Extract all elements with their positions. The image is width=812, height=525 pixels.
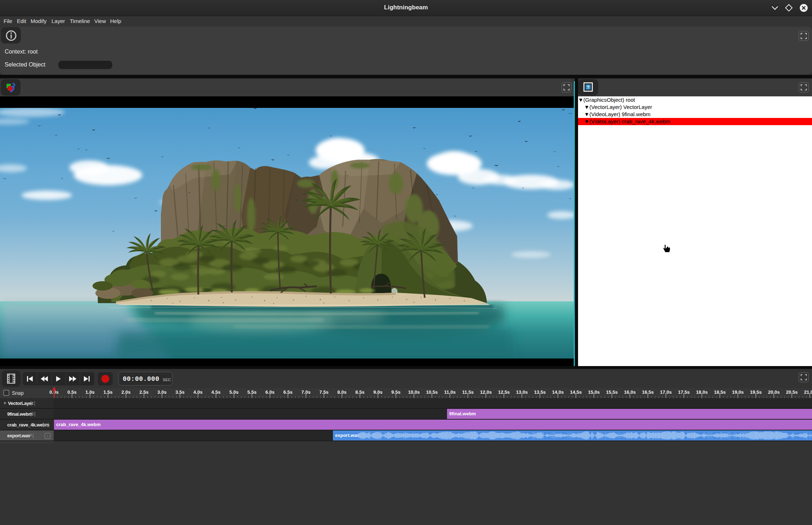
svg-text:?: ? — [587, 85, 590, 90]
